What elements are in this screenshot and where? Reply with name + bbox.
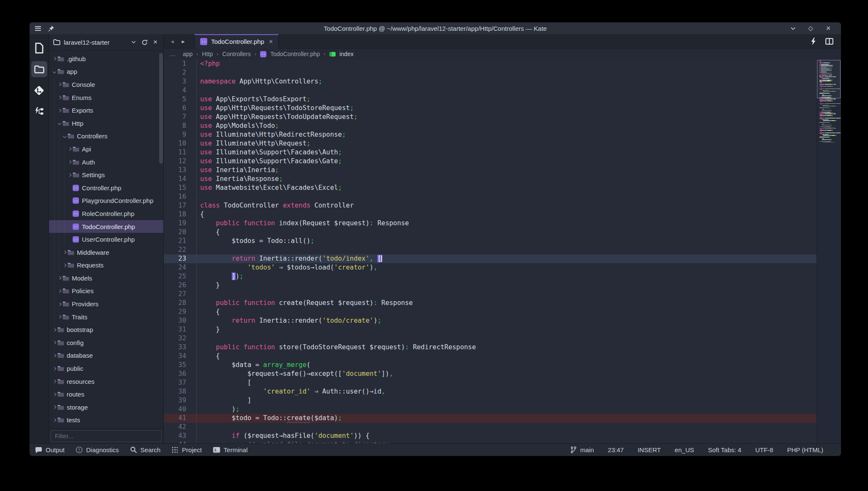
code-line-18[interactable]: 18{ (164, 210, 816, 219)
breadcrumb-item-app[interactable]: app (183, 51, 193, 57)
tree-item-settings[interactable]: Settings (49, 168, 163, 181)
chevron-right-icon[interactable] (52, 380, 57, 383)
chevron-right-icon[interactable] (52, 406, 57, 408)
tree-item-traits[interactable]: Traits (49, 310, 163, 324)
tree-item-app[interactable]: app (49, 65, 163, 78)
tree-item-playgroundcontroller-php[interactable]: ‹›PlaygroundController.php (49, 194, 163, 208)
code-line-24[interactable]: 24 'todos' ⇒ $todos→load('creator'), (164, 263, 816, 272)
dock-filesystem-button[interactable] (31, 61, 47, 77)
code-line-5[interactable]: 5use App\Exports\TodosExport; (164, 95, 816, 104)
code-line-34[interactable]: 34 { (164, 352, 816, 361)
code-line-32[interactable]: 32 (164, 334, 816, 343)
close-button[interactable]: × (825, 25, 832, 32)
code-line-39[interactable]: 39 ] (164, 396, 816, 405)
minimize-button[interactable] (789, 25, 796, 32)
breadcrumb-item-[interactable]: … (170, 51, 176, 57)
code-line-3[interactable]: 3namespace App\Http\Controllers; (164, 77, 816, 86)
code-line-8[interactable]: 8use App\Models\Todo; (164, 121, 816, 130)
code-line-37[interactable]: 37 [ (164, 378, 816, 387)
status-cursor-position[interactable]: 23:47 (608, 446, 624, 453)
code-line-23[interactable]: 23 return Inertia::render('todo/index', … (164, 254, 816, 263)
tree-item-enums[interactable]: Enums (49, 91, 163, 104)
status-encoding[interactable]: UTF-8 (755, 446, 773, 453)
tree-item-github[interactable]: .github (49, 52, 163, 65)
code-line-38[interactable]: 38 'creator_id' ⇒ Auth::user()→id, (164, 387, 816, 396)
tab-todocontroller-php[interactable]: ‹› TodoController.php × (194, 34, 279, 49)
chevron-right-icon[interactable] (52, 393, 57, 396)
code-line-27[interactable]: 27 (164, 290, 816, 299)
tree-item-console[interactable]: Console (49, 78, 163, 91)
status-project[interactable]: Project (171, 446, 202, 453)
tree-item-api[interactable]: Api (49, 143, 163, 156)
tree-item-config[interactable]: config (49, 336, 163, 349)
code-line-35[interactable]: 35 $data = array_merge( (164, 361, 816, 370)
code-line-28[interactable]: 28 public function create(Request $reque… (164, 299, 816, 308)
code-line-12[interactable]: 12use Illuminate\Support\Facades\Gate; (164, 157, 816, 166)
status-git-branch[interactable]: main (570, 446, 594, 453)
code-line-40[interactable]: 40 ); (164, 405, 816, 414)
code-line-13[interactable]: 13use Inertia\Inertia; (164, 166, 816, 175)
split-view-icon[interactable] (825, 38, 833, 45)
code-line-17[interactable]: 17class TodoController extends Controlle… (164, 201, 816, 210)
code-line-42[interactable]: 42 (164, 423, 816, 432)
tree-item-controller-php[interactable]: ‹›Controller.php (49, 181, 163, 194)
chevron-down-icon[interactable] (62, 135, 68, 138)
breadcrumb-item-http[interactable]: Http (202, 51, 213, 57)
code-line-30[interactable]: 30 return Inertia::render('todo/create')… (164, 316, 816, 325)
code-line-14[interactable]: 14use Inertia\Response; (164, 175, 816, 183)
code-line-11[interactable]: 11use Illuminate\Support\Facades\Auth; (164, 148, 816, 157)
project-refresh-icon[interactable] (141, 38, 148, 46)
code-line-36[interactable]: 36 $request→safe()→except(['document']), (164, 370, 816, 378)
code-line-41[interactable]: 41 $todo = Todo::create($data); (164, 414, 816, 423)
tree-item-policies[interactable]: Policies (49, 285, 163, 298)
breadcrumb-item-index[interactable]: index (339, 51, 353, 57)
code-line-19[interactable]: 19 public function index(Request $reques… (164, 219, 816, 228)
tree-item-todocontroller-php[interactable]: ‹›TodoController.php (49, 220, 163, 233)
breadcrumb-item-todocontroller-php[interactable]: TodoController.php (270, 51, 320, 57)
tree-item-providers[interactable]: Providers (49, 297, 163, 310)
filter-input[interactable] (51, 430, 162, 442)
code-line-44[interactable]: 44 // upload file document to directory (164, 440, 816, 443)
chevron-down-icon[interactable] (57, 122, 62, 124)
project-close-icon[interactable]: × (152, 38, 159, 46)
code-line-9[interactable]: 9use Illuminate\Http\RedirectResponse; (164, 130, 816, 139)
tree-item-storage[interactable]: storage (49, 401, 163, 414)
code-line-6[interactable]: 6use App\Http\Requests\TodoStoreRequest; (164, 104, 816, 113)
chevron-right-icon[interactable] (52, 329, 57, 331)
code-line-7[interactable]: 7use App\Http\Requests\TodoUpdateRequest… (164, 113, 816, 121)
code-line-15[interactable]: 15use Maatwebsite\Excel\Facades\Excel; (164, 183, 816, 192)
chevron-right-icon[interactable] (52, 354, 57, 357)
code-line-2[interactable]: 2 (164, 68, 816, 77)
chevron-right-icon[interactable] (57, 316, 62, 318)
status-terminal[interactable]: $_Terminal (213, 446, 248, 453)
code-editor[interactable]: 1<?php23namespace App\Http\Controllers;4… (164, 59, 841, 443)
minimap-viewport[interactable] (817, 60, 841, 98)
status-tab-width[interactable]: Soft Tabs: 4 (708, 446, 741, 453)
project-switch-chevron-down-icon[interactable] (130, 38, 137, 46)
menu-icon[interactable] (35, 25, 41, 32)
code-line-29[interactable]: 29 { (164, 308, 816, 316)
tree-item-auth[interactable]: Auth (49, 156, 163, 169)
code-line-16[interactable]: 16 (164, 192, 816, 201)
tab-close-icon[interactable]: × (269, 38, 273, 46)
tree-item-usercontroller-php[interactable]: ‹›UserController.php (49, 233, 163, 246)
status-input-mode[interactable]: INSERT (637, 446, 661, 453)
code-line-20[interactable]: 20 { (164, 228, 816, 237)
code-line-43[interactable]: 43 if ($request→hasFile('document')) { (164, 432, 816, 440)
chevron-right-icon[interactable] (57, 83, 62, 86)
chevron-right-icon[interactable] (52, 419, 57, 421)
tree-item-requests[interactable]: Requests (49, 259, 163, 272)
tree-item-models[interactable]: Models (49, 272, 163, 285)
chevron-right-icon[interactable] (57, 303, 62, 305)
chevron-right-icon[interactable] (52, 341, 57, 344)
code-line-4[interactable]: 4 (164, 86, 816, 95)
tree-item-routes[interactable]: routes (49, 388, 163, 401)
history-forward-icon[interactable]: ▸ (179, 38, 187, 45)
history-back-icon[interactable]: ◂ (168, 38, 176, 45)
minimap-scrollbar[interactable] (816, 59, 841, 443)
chevron-right-icon[interactable] (57, 290, 62, 292)
chevron-right-icon[interactable] (57, 96, 62, 99)
code-line-22[interactable]: 22 (164, 246, 816, 254)
code-line-33[interactable]: 33 public function store(TodoStoreReques… (164, 343, 816, 352)
tree-item-rolecontroller-php[interactable]: ‹›RoleController.php (49, 207, 163, 220)
